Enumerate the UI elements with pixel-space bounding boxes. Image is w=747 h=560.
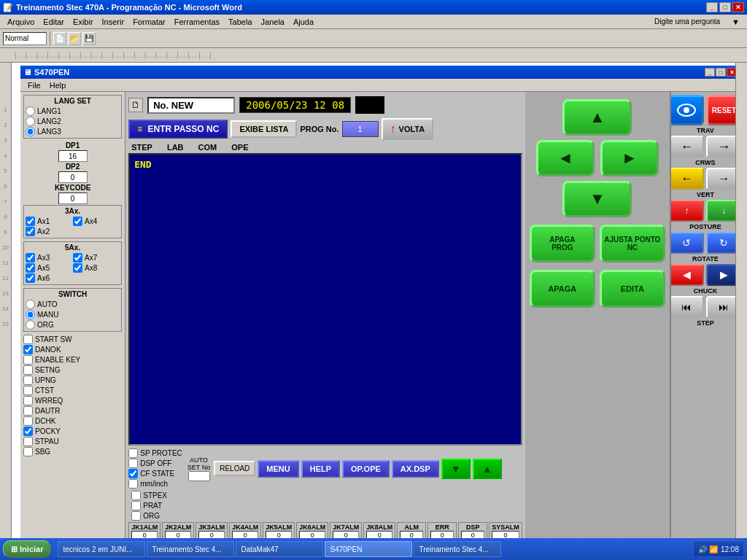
ax8-cb[interactable] [73,263,82,273]
ax1-check[interactable]: Ax1 [26,217,72,226]
start-sw-cb[interactable] [23,335,33,344]
triangle-down-button[interactable]: ▼ [441,459,471,479]
help-search-btn[interactable]: ▼ [727,16,744,28]
nav-right-button[interactable]: ► [600,140,659,176]
help-button[interactable]: HELP [301,460,340,478]
ax4-check[interactable]: Ax4 [73,217,120,226]
prog-no-input[interactable]: 1 [342,121,379,137]
ax6-check[interactable]: Ax6 [26,273,72,283]
menu-arquivo[interactable]: Arquivo [3,16,39,28]
ax3-cb[interactable] [26,253,35,262]
menu-janela[interactable]: Janela [257,16,289,28]
ctst-cb[interactable] [23,386,33,395]
rotate-ccw-button[interactable]: ↺ [670,232,705,254]
ax-dsp-button[interactable]: AX.DSP [392,460,439,478]
menu-exibir[interactable]: Exibir [69,16,98,28]
lang3-input[interactable] [26,127,35,136]
ax3-check[interactable]: Ax3 [26,253,72,262]
taskbar-item-5[interactable]: Treinamento Stec 4... [414,541,501,557]
ajusta-ponto-button[interactable]: AJUSTA PONTO NC [600,225,665,262]
crws-left-button[interactable]: ← [670,136,705,158]
s470-minimize[interactable]: _ [705,68,715,77]
entr-passo-button[interactable]: ≡ ENTR PASSO NC [128,120,228,139]
prat-check[interactable]: PRAT [131,501,167,510]
pocky-cb[interactable] [23,427,33,436]
op-ope-button[interactable]: OP.OPE [342,460,390,478]
cf-state-check[interactable]: CF STATE [128,469,182,478]
menu-editar[interactable]: Editar [39,16,69,28]
s470-menu-help[interactable]: Help [45,80,71,90]
mm-inch-cb[interactable] [128,479,138,489]
upng-check[interactable]: UPNG [23,376,122,385]
ax4-cb[interactable] [73,217,82,226]
wrreq-cb[interactable] [23,396,33,405]
manu-rb[interactable] [26,310,35,319]
lang1-radio[interactable]: LANG1 [26,106,120,116]
setng-cb[interactable] [23,365,33,375]
help-search[interactable]: Digite uma pergunta [650,16,724,27]
ax6-cb[interactable] [26,273,35,283]
sp-protec-check[interactable]: SP PROTEC [128,448,182,458]
dautr-cb[interactable] [23,406,33,416]
step-back-button[interactable]: ⏮ [670,296,705,318]
nav-left-button[interactable]: ◄ [536,140,595,176]
menu-formatar[interactable]: Formatar [128,16,170,28]
danok-cb[interactable] [23,345,33,354]
minimize-button[interactable]: _ [706,2,718,12]
apaga-button[interactable]: APAGA [530,270,595,308]
taskbar-item-3[interactable]: DataMak47 [236,541,323,557]
step-fwd-button[interactable]: ⏭ [706,296,735,318]
vert-right-button[interactable]: → [706,168,735,190]
sp-protec-cb[interactable] [128,448,138,458]
posture-down-button[interactable]: ↓ [706,200,735,222]
nav-up-button[interactable]: ▲ [562,99,632,136]
lang2-input[interactable] [26,117,35,126]
enable-key-cb[interactable] [23,355,33,365]
s470-close[interactable]: ✕ [727,68,735,77]
manu-radio[interactable]: MANU [26,310,120,319]
ax5-check[interactable]: Ax5 [26,263,72,273]
dp1-input[interactable] [58,150,88,162]
keycode-input[interactable] [58,192,88,204]
sbg-check[interactable]: SBG [23,447,122,456]
dsp-off-cb[interactable] [128,459,138,468]
menu-inserir[interactable]: Inserir [98,16,129,28]
menu-ajuda[interactable]: Ajuda [289,16,318,28]
menu-ferramentas[interactable]: Ferramentas [170,16,224,28]
volta-button[interactable]: ↑ VOLTA [382,118,434,140]
ax5-cb[interactable] [26,263,35,273]
upng-cb[interactable] [23,376,33,385]
dsp-off-check[interactable]: DSP OFF [128,459,182,468]
style-selector[interactable]: Normal [3,32,47,45]
ax8-check[interactable]: Ax8 [73,263,120,273]
right-scrollbar[interactable] [735,63,747,545]
ax1-cb[interactable] [26,217,35,226]
edita-button[interactable]: EDITA [600,270,665,308]
stpex-cb[interactable] [131,491,141,500]
pocky-check[interactable]: POCKY [23,427,122,436]
start-button[interactable]: ⊞ Iniciar [3,540,51,558]
enable-key-check[interactable]: ENABLE KEY [23,355,122,365]
lang2-radio[interactable]: LANG2 [26,117,120,126]
trav-reset-button[interactable]: RESET [706,95,735,125]
s470-menu-file[interactable]: File [23,80,45,90]
org-check-right[interactable]: ORG [131,511,167,521]
lang1-input[interactable] [26,106,35,116]
dp2-input[interactable] [58,171,88,183]
danok-check[interactable]: DANOK [23,345,122,354]
auto-radio[interactable]: AUTO [26,300,120,309]
exibe-lista-button[interactable]: EXIBE LISTA [231,120,297,138]
auto-rb[interactable] [26,300,35,309]
toolbar-btn-new[interactable]: 📄 [53,32,66,45]
stpau-check[interactable]: STPAU [23,437,122,446]
crws-right-button[interactable]: → [706,136,735,158]
reload-button[interactable]: RELOAD [214,461,255,476]
toolbar-btn-save[interactable]: 💾 [82,32,96,45]
dchk-check[interactable]: DCHK [23,416,122,426]
start-sw-check[interactable]: START SW [23,335,122,344]
ax2-check[interactable]: Ax2 [26,227,72,236]
chuck-right-button[interactable]: ► [706,264,735,286]
taskbar-item-2[interactable]: Treinamento Stec 4... [147,541,234,557]
toolbar-btn-open[interactable]: 📂 [68,32,81,45]
prat-cb[interactable] [131,501,141,510]
